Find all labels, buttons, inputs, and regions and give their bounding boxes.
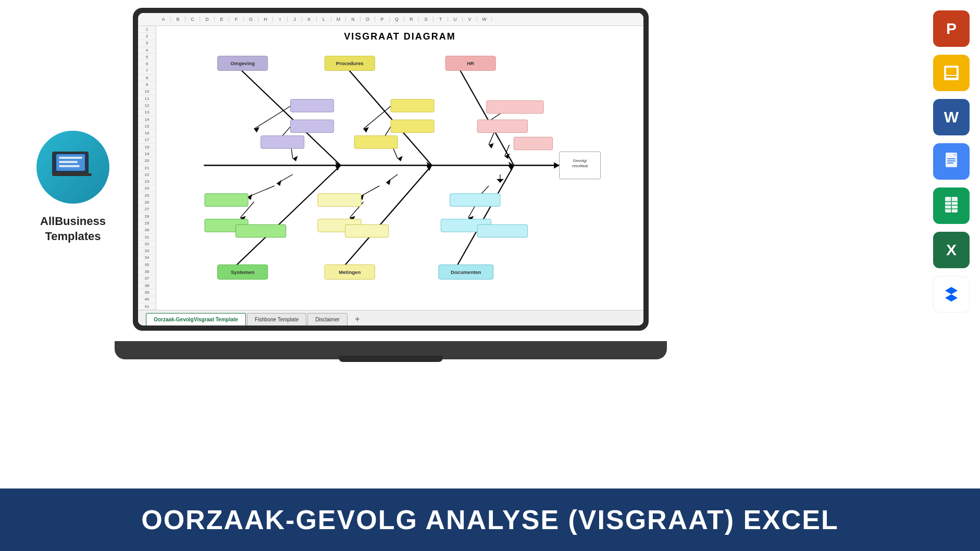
row-12: 12 — [138, 102, 156, 109]
svg-line-9 — [254, 106, 291, 129]
row-22: 22 — [138, 171, 156, 178]
row-7: 7 — [138, 68, 156, 74]
col-L: L — [317, 17, 331, 22]
row-17: 17 — [138, 137, 156, 144]
svg-marker-16 — [293, 156, 298, 161]
svg-marker-29 — [398, 156, 403, 161]
google-docs-icon[interactable] — [933, 143, 970, 180]
svg-marker-81 — [497, 179, 504, 183]
powerpoint-icon[interactable]: P — [933, 10, 970, 47]
row-20: 20 — [138, 158, 156, 165]
col-I: I — [273, 17, 288, 22]
svg-line-70 — [455, 166, 514, 270]
col-P: P — [375, 17, 390, 22]
row-33: 33 — [138, 248, 156, 255]
logo-circle — [36, 131, 109, 204]
svg-rect-24 — [391, 99, 434, 112]
svg-marker-10 — [254, 127, 260, 133]
row-39: 39 — [138, 289, 156, 296]
tab-fishbone[interactable]: Fishbone Template — [247, 313, 306, 325]
fishbone-diagram: Gevolg/ resultaat Omgeving — [162, 47, 638, 284]
row-35: 35 — [138, 261, 156, 268]
row-28: 28 — [138, 213, 156, 220]
svg-rect-91 — [947, 162, 953, 164]
svg-text:HR: HR — [467, 60, 474, 66]
svg-rect-79 — [450, 194, 500, 207]
svg-line-22 — [364, 106, 391, 129]
tab-add-button[interactable]: + — [351, 313, 364, 325]
svg-rect-82 — [477, 224, 527, 237]
svg-text:resultaat: resultaat — [572, 164, 588, 168]
logo-screen — [52, 152, 89, 173]
svg-rect-27 — [391, 120, 434, 133]
col-J: J — [288, 17, 302, 22]
col-K: K — [302, 17, 317, 22]
row-10: 10 — [138, 89, 156, 95]
svg-text:W: W — [944, 108, 959, 126]
row-31: 31 — [138, 234, 156, 241]
tab-disclaimer[interactable]: Disclaimer — [307, 313, 348, 325]
row-21: 21 — [138, 165, 156, 171]
row-25: 25 — [138, 192, 156, 199]
col-D: D — [200, 17, 215, 22]
excel-content: VISGRAAT DIAGRAM Gevolg/ resultaa — [156, 26, 643, 310]
svg-rect-66 — [318, 194, 361, 207]
laptop-outer: A B C D E F G H I J K L M N O — [130, 5, 651, 344]
row-1: 1 — [138, 26, 156, 33]
col-O: O — [361, 17, 375, 22]
svg-line-5 — [231, 60, 341, 165]
svg-rect-37 — [487, 101, 543, 114]
svg-marker-71 — [508, 166, 514, 171]
column-headers: A B C D E F G H I J K L M N O — [138, 13, 643, 26]
right-icons: P W X — [933, 10, 970, 312]
svg-rect-30 — [354, 136, 398, 149]
svg-rect-90 — [947, 160, 956, 161]
row-2: 2 — [138, 33, 156, 40]
svg-rect-53 — [205, 194, 248, 207]
tab-oorzaak[interactable]: Oorzaak-GevolgVisgraat Template — [146, 313, 246, 325]
laptop-screen-area: A B C D E F G H I J K L M N O — [138, 13, 643, 325]
svg-line-44 — [231, 166, 341, 270]
word-icon[interactable]: W — [933, 99, 970, 135]
col-W: W — [477, 17, 492, 22]
col-G: G — [244, 17, 258, 22]
excel-icon[interactable]: X — [933, 232, 970, 268]
excel-tabs: Oorzaak-GevolgVisgraat Template Fishbone… — [138, 310, 643, 325]
laptop-frame: A B C D E F G H I J K L M N O — [133, 8, 649, 331]
diagram-title: VISGRAAT DIAGRAM — [344, 31, 456, 42]
col-C: C — [185, 17, 200, 22]
svg-text:Systemen: Systemen — [231, 269, 255, 275]
banner-text: OORZAAK-GEVOLG ANALYSE (VISGRAAT) EXCEL — [141, 504, 839, 535]
laptop-hinge — [339, 356, 443, 362]
row-34: 34 — [138, 255, 156, 261]
row-41: 41 — [138, 303, 156, 310]
row-37: 37 — [138, 276, 156, 282]
row-4: 4 — [138, 47, 156, 54]
google-slides-icon[interactable] — [933, 55, 970, 91]
svg-text:P: P — [946, 20, 957, 37]
dropbox-icon[interactable] — [933, 276, 970, 312]
col-H: H — [258, 17, 273, 22]
col-B: B — [171, 17, 185, 22]
svg-text:Omgeving: Omgeving — [230, 60, 255, 66]
svg-text:Gevolg/: Gevolg/ — [573, 158, 588, 163]
bottom-banner: OORZAAK-GEVOLG ANALYSE (VISGRAAT) EXCEL — [0, 489, 980, 551]
svg-text:X: X — [946, 241, 957, 258]
row-23: 23 — [138, 179, 156, 185]
svg-text:Documenten: Documenten — [451, 269, 481, 275]
row-14: 14 — [138, 116, 156, 123]
row-26: 26 — [138, 199, 156, 206]
col-F: F — [229, 17, 244, 22]
row-27: 27 — [138, 206, 156, 213]
col-A: A — [156, 17, 171, 22]
row-3: 3 — [138, 40, 156, 47]
row-15: 15 — [138, 123, 156, 130]
excel-view: A B C D E F G H I J K L M N O — [138, 13, 643, 325]
svg-rect-85 — [946, 68, 957, 75]
laptop-bottom — [115, 341, 667, 359]
svg-rect-56 — [236, 224, 286, 237]
row-8: 8 — [138, 74, 156, 81]
row-9: 9 — [138, 81, 156, 88]
google-sheets-icon[interactable] — [933, 187, 970, 224]
col-R: R — [404, 17, 419, 22]
